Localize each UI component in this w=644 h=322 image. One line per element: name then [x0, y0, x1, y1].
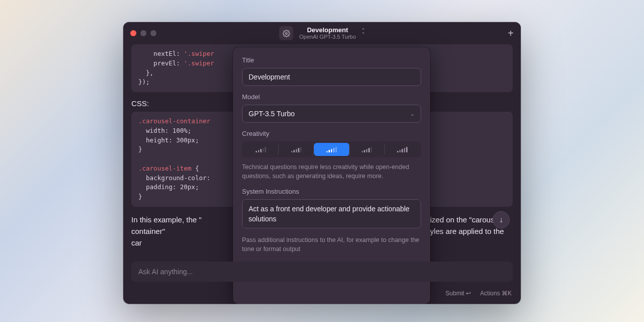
- close-window-button[interactable]: [130, 30, 136, 36]
- titlebar: Development OpenAI GPT-3.5 Turbo ˄˅ +: [123, 22, 521, 44]
- model-label: Model: [242, 93, 421, 101]
- title-label: Title: [242, 56, 421, 64]
- actions-hint: Actions ⌘K: [480, 290, 512, 297]
- model-value: GPT-3.5 Turbo: [249, 110, 295, 118]
- zoom-window-button[interactable]: [150, 30, 156, 36]
- footer-hints: Submit ↩ Actions ⌘K: [446, 290, 512, 297]
- system-label: System Instructions: [242, 188, 421, 195]
- chat-input-placeholder: Ask AI anything...: [138, 268, 193, 276]
- title-input[interactable]: [242, 68, 421, 86]
- creativity-option-4[interactable]: [350, 143, 385, 156]
- app-window: Development OpenAI GPT-3.5 Turbo ˄˅ + ne…: [123, 22, 521, 304]
- subtitle: OpenAI GPT-3.5 Turbo: [299, 34, 356, 40]
- model-select[interactable]: GPT-3.5 Turbo ⌄: [242, 105, 421, 123]
- title: Development: [299, 26, 356, 34]
- creativity-help: Technical questions require less creativ…: [242, 163, 421, 181]
- scroll-to-bottom-button[interactable]: ↓: [493, 211, 510, 228]
- creativity-option-3[interactable]: [314, 143, 349, 156]
- svg-point-0: [285, 32, 287, 34]
- title-dropdown[interactable]: Development OpenAI GPT-3.5 Turbo: [299, 26, 356, 41]
- system-help: Pass additional instructions to the AI, …: [242, 235, 421, 254]
- chevron-updown-icon: ˄˅: [362, 29, 365, 37]
- creativity-option-5[interactable]: [385, 143, 420, 156]
- new-chat-button[interactable]: +: [508, 28, 514, 39]
- gear-icon: [282, 30, 290, 37]
- creativity-option-2[interactable]: [279, 143, 314, 156]
- creativity-label: Creativity: [242, 130, 421, 137]
- submit-hint: Submit ↩: [446, 290, 471, 297]
- window-controls: [130, 30, 156, 36]
- minimize-window-button[interactable]: [140, 30, 146, 36]
- settings-button[interactable]: [279, 26, 293, 40]
- creativity-segmented: [242, 141, 421, 157]
- creativity-option-1[interactable]: [244, 143, 279, 156]
- system-instructions-input[interactable]: [242, 199, 421, 228]
- chevron-down-icon: ⌄: [410, 111, 415, 117]
- arrow-down-icon: ↓: [499, 215, 503, 224]
- chat-input[interactable]: Ask AI anything...: [131, 262, 513, 282]
